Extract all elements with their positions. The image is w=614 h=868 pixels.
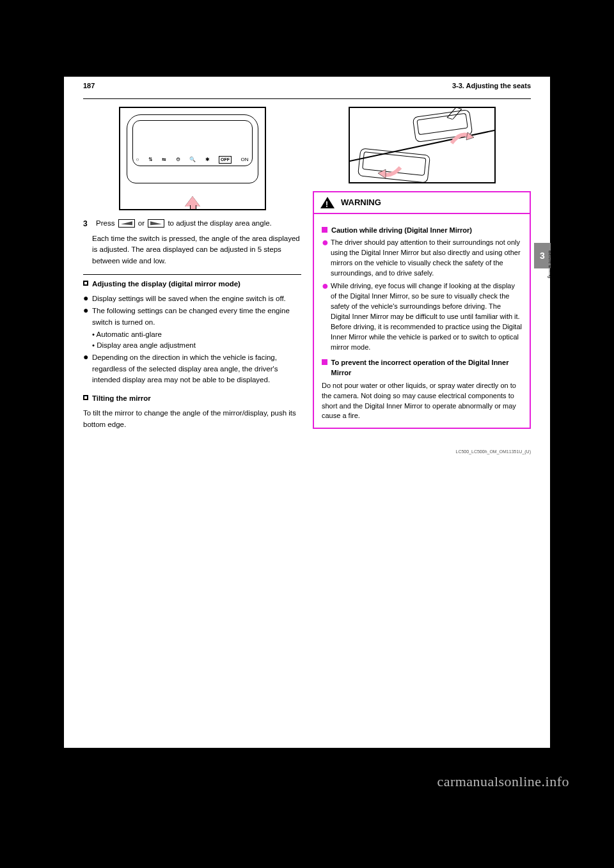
step-number: 3 bbox=[83, 218, 92, 229]
step-3-follow: Each time the switch is pressed, the ang… bbox=[83, 233, 301, 267]
warning-bullet-1: ● The driver should pay attention to the… bbox=[322, 238, 522, 279]
footer-code: LC500_LC500h_OM_OM11351U_(U) bbox=[83, 449, 531, 454]
tilt-heading: Tilting the mirror bbox=[83, 393, 301, 404]
warning-triangle-icon bbox=[320, 197, 335, 208]
pink-arrow-up-icon bbox=[185, 196, 200, 206]
pink-arrow-curve-icon bbox=[448, 127, 474, 146]
mirror-off-label: OFF bbox=[219, 156, 232, 164]
header-rule bbox=[83, 98, 531, 99]
pink-arrow-curve-icon bbox=[378, 164, 404, 183]
warning-subhead-2: To prevent the incorrect operation of th… bbox=[322, 358, 522, 378]
mirror-figure-1: ○⇅⇆⚙🔍✱ OFF ON bbox=[119, 107, 266, 210]
angle-down-button-icon bbox=[118, 219, 135, 228]
bullet-3: ● Depending on the direction in which th… bbox=[83, 352, 301, 385]
chapter-tab-number: 3 bbox=[540, 251, 545, 261]
section-title: 3-3. Adjusting the seats bbox=[452, 82, 531, 89]
left-column: ○⇅⇆⚙🔍✱ OFF ON 3 Press or to adjust the bbox=[83, 107, 301, 430]
step-3-text: Press or to adjust the display area angl… bbox=[96, 218, 272, 229]
tilt-paragraph: To tilt the mirror to change the angle o… bbox=[83, 408, 301, 430]
chapter-tab-label: Before driving bbox=[548, 251, 553, 272]
mirror-on-label: ON bbox=[240, 156, 248, 164]
page-header: 187 3-3. Adjusting the seats bbox=[83, 82, 531, 89]
bullet-2: ● The following settings can be changed … bbox=[83, 306, 301, 328]
adjust-display-heading: Adjusting the display (digital mirror mo… bbox=[83, 279, 301, 290]
warning-paragraph-2: Do not pour water or other liquids, or s… bbox=[322, 381, 522, 422]
manual-page: 187 3-3. Adjusting the seats 3 Before dr… bbox=[64, 77, 550, 748]
warning-header: WARNING bbox=[314, 192, 530, 214]
warning-subhead-1: Caution while driving (Digital Inner Mir… bbox=[322, 226, 522, 236]
warning-box: WARNING Caution while driving (Digital I… bbox=[313, 191, 531, 429]
warning-bullet-2: ● While driving, eye focus will change i… bbox=[322, 281, 522, 353]
bullet-2a: • Automatic anti-glare bbox=[83, 329, 301, 340]
step-3: 3 Press or to adjust the display area an… bbox=[83, 218, 301, 229]
svg-marker-0 bbox=[466, 132, 474, 140]
warning-title: WARNING bbox=[341, 196, 381, 209]
page-number: 187 bbox=[83, 82, 95, 89]
angle-up-button-icon bbox=[148, 219, 164, 228]
svg-marker-1 bbox=[378, 169, 386, 178]
bullet-1: ● Display settings will be saved when th… bbox=[83, 293, 301, 304]
bullet-2b: • Display area angle adjustment bbox=[83, 340, 301, 351]
right-column: WARNING Caution while driving (Digital I… bbox=[313, 107, 531, 430]
mirror-figure-2 bbox=[349, 107, 496, 183]
watermark: carmanualsonline.info bbox=[0, 773, 569, 790]
